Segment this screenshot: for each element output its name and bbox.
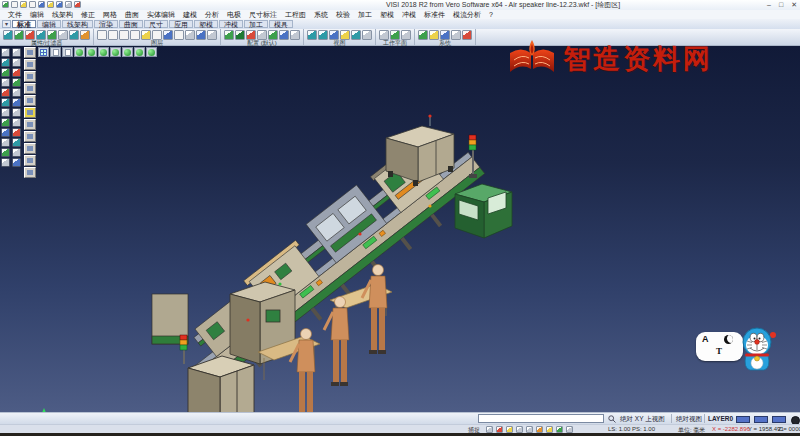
mask-icon[interactable] [58, 30, 68, 40]
menu-item[interactable]: 分析 [201, 10, 223, 20]
tab-edit[interactable]: 编辑 [37, 20, 61, 28]
page-view-button[interactable] [50, 47, 61, 57]
menu-item[interactable]: 建模 [179, 10, 201, 20]
color-swatch[interactable] [736, 416, 750, 423]
palette-icon[interactable] [1, 108, 10, 117]
status-icon[interactable] [496, 426, 503, 433]
tab-wireframe[interactable]: 线架构 [62, 20, 93, 28]
color-filter-icon[interactable] [14, 30, 24, 40]
side-tool-button[interactable] [24, 71, 36, 82]
side-tool-button-active[interactable] [24, 107, 36, 118]
save-all-icon[interactable] [38, 1, 45, 8]
zoom-window-icon[interactable] [257, 30, 267, 40]
view-edit-icon[interactable] [340, 30, 350, 40]
rotate-view-button[interactable] [98, 47, 109, 57]
menu-item[interactable]: 工程图 [281, 10, 310, 20]
crosshair-icon[interactable] [566, 426, 573, 433]
palette-icon[interactable] [1, 58, 10, 67]
grid-view-button[interactable] [38, 47, 49, 57]
rotate-view-button[interactable] [146, 47, 157, 57]
tab-render[interactable]: 渲染 [94, 20, 118, 28]
palette-icon[interactable] [1, 138, 10, 147]
tab-surface[interactable]: 曲面 [119, 20, 143, 28]
side-tool-button[interactable] [24, 95, 36, 106]
tab-standard[interactable]: 标准 [12, 20, 36, 28]
rotate-view-button[interactable] [110, 47, 121, 57]
layer-freeze-icon[interactable] [152, 30, 162, 40]
tab-die[interactable]: 冲模 [219, 20, 243, 28]
menu-item[interactable]: 修正 [77, 10, 99, 20]
menu-item[interactable]: 冲模 [398, 10, 420, 20]
menu-item[interactable]: 加工 [354, 10, 376, 20]
highlight-filter-icon[interactable] [80, 30, 90, 40]
side-tool-button[interactable] [24, 47, 36, 58]
palette-icon[interactable] [12, 128, 21, 137]
palette-icon[interactable] [12, 108, 21, 117]
rotate-view-button[interactable] [86, 47, 97, 57]
palette-icon[interactable] [12, 68, 21, 77]
palette-icon[interactable] [12, 58, 21, 67]
import-icon[interactable] [47, 1, 54, 8]
status-icon[interactable] [546, 426, 553, 433]
menu-item-help[interactable]: ? [485, 11, 497, 18]
menu-item[interactable]: 曲面 [121, 10, 143, 20]
view-top-icon[interactable] [307, 30, 317, 40]
menu-item[interactable]: 模流分析 [449, 10, 485, 20]
system-settings-icon[interactable] [418, 30, 428, 40]
side-tool-button[interactable] [24, 131, 36, 142]
layer-filter-icon[interactable] [36, 30, 46, 40]
palette-icon[interactable] [1, 48, 10, 57]
layer-settings-icon[interactable] [196, 30, 206, 40]
menu-item[interactable]: 尺寸标注 [245, 10, 281, 20]
menu-item[interactable]: 系统 [310, 10, 332, 20]
open-file-icon[interactable] [20, 1, 27, 8]
main-viewport[interactable] [0, 46, 800, 412]
workplane-reset-icon[interactable] [401, 30, 411, 40]
status-icon[interactable] [506, 426, 513, 433]
maximize-button[interactable]: □ [779, 0, 783, 9]
new-file-icon[interactable] [11, 1, 18, 8]
layer-merge-icon[interactable] [185, 30, 195, 40]
menu-item[interactable]: 校验 [332, 10, 354, 20]
palette-icon[interactable] [12, 48, 21, 57]
rotate-view-button[interactable] [74, 47, 85, 57]
menu-item[interactable]: 塑模 [376, 10, 398, 20]
tab-machining[interactable]: 加工 [244, 20, 268, 28]
view-iso-icon[interactable] [329, 30, 339, 40]
menu-item[interactable]: 标准件 [420, 10, 449, 20]
tab-mould[interactable]: 塑模 [194, 20, 218, 28]
rotate-view-button[interactable] [134, 47, 145, 57]
delete-filter-icon[interactable] [25, 30, 35, 40]
palette-icon[interactable] [1, 98, 10, 107]
layer-show-icon[interactable] [119, 30, 129, 40]
side-tool-button[interactable] [24, 143, 36, 154]
palette-icon[interactable] [12, 98, 21, 107]
layer-active-icon[interactable] [141, 30, 151, 40]
palette-icon[interactable] [1, 158, 10, 167]
save-file-icon[interactable] [29, 1, 36, 8]
close-button[interactable]: ✕ [791, 0, 797, 9]
tab-tooling[interactable]: 模具 [269, 20, 293, 28]
palette-icon[interactable] [12, 118, 21, 127]
system-snap-icon[interactable] [451, 30, 461, 40]
redo-icon[interactable] [74, 1, 81, 8]
page-view-button[interactable] [62, 47, 73, 57]
export-icon[interactable] [56, 1, 63, 8]
tab-application[interactable]: 应用 [169, 20, 193, 28]
palette-icon[interactable] [12, 78, 21, 87]
zoom-fit-icon[interactable] [268, 30, 278, 40]
palette-icon[interactable] [1, 78, 10, 87]
layer-hide-icon[interactable] [130, 30, 140, 40]
view-front-icon[interactable] [318, 30, 328, 40]
side-tool-button[interactable] [24, 83, 36, 94]
palette-icon[interactable] [12, 88, 21, 97]
selection-filter-icon[interactable] [69, 30, 79, 40]
palette-icon[interactable] [1, 118, 10, 127]
undo-icon[interactable] [65, 1, 72, 8]
side-tool-button[interactable] [24, 155, 36, 166]
view-orientation-label[interactable]: 绝对 XY 上视图 [620, 415, 665, 424]
active-layer-label[interactable]: LAYER0 [708, 415, 733, 422]
previous-view-icon[interactable] [290, 30, 300, 40]
command-input[interactable] [478, 414, 604, 423]
layer-move-icon[interactable] [163, 30, 173, 40]
